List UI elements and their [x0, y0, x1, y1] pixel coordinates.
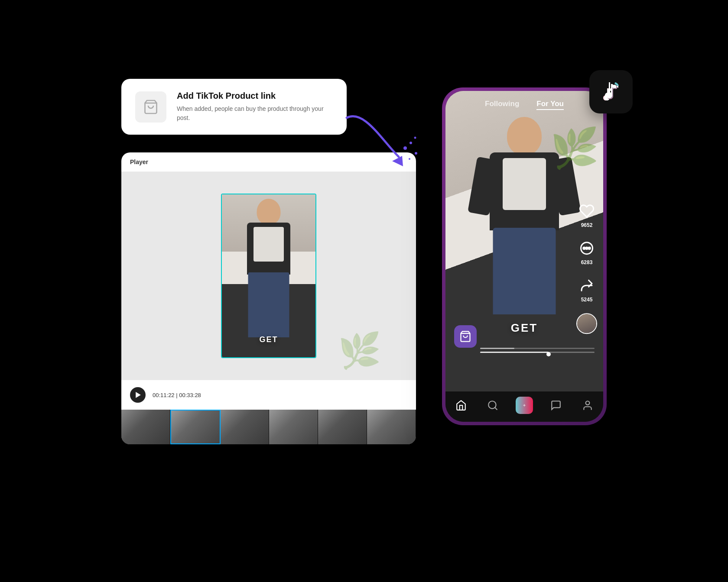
svg-point-10: [588, 247, 591, 249]
like-icon[interactable]: [577, 201, 596, 220]
nav-add[interactable]: [516, 397, 533, 414]
like-action[interactable]: 9652: [577, 201, 596, 228]
profile-icon: [582, 400, 593, 411]
comment-action[interactable]: 6283: [577, 239, 596, 265]
nav-messages[interactable]: [547, 397, 565, 414]
phone-plant: 🌿: [550, 126, 599, 171]
get-label-phone: GET: [511, 321, 538, 335]
phone-video: 🌿 Following For You: [445, 91, 603, 391]
nav-home[interactable]: [452, 397, 470, 414]
comment-count: 6283: [581, 259, 593, 265]
product-card-title: Add TikTok Product link: [177, 91, 333, 101]
avatar[interactable]: [576, 313, 597, 334]
comment-icon[interactable]: [577, 239, 596, 258]
video-content: [222, 194, 315, 357]
filmstrip-item-2[interactable]: [170, 410, 221, 444]
tiktok-icon: ♪: [598, 79, 624, 105]
svg-line-13: [495, 407, 497, 410]
play-button[interactable]: [130, 387, 146, 403]
nav-search[interactable]: [484, 397, 501, 414]
message-icon: [550, 400, 562, 411]
phone-nav-for-you[interactable]: For You: [536, 100, 564, 110]
editor-controls: 00:11:22 | 00:33:28: [121, 380, 416, 410]
share-icon[interactable]: [577, 276, 596, 295]
get-label-video: GET: [259, 335, 278, 344]
svg-point-9: [586, 247, 588, 249]
shopping-bag-icon: [143, 99, 159, 115]
filmstrip-item-1[interactable]: [121, 410, 170, 444]
svg-point-1: [403, 146, 407, 150]
editor-panel: Player GET: [121, 152, 416, 444]
home-icon: [455, 400, 467, 411]
phone-mockup: 🌿 Following For You: [442, 87, 607, 425]
editor-header: Player: [121, 152, 416, 172]
phone-actions: 9652 6283: [576, 201, 597, 334]
progress-dot: [546, 352, 551, 356]
svg-point-2: [410, 142, 412, 144]
video-frame[interactable]: GET: [221, 194, 316, 358]
current-time: 00:11:22: [153, 392, 175, 398]
total-time: 00:33:28: [179, 392, 201, 398]
avatar-action[interactable]: [576, 313, 597, 334]
product-card-text: Add TikTok Product link When added, peop…: [177, 91, 333, 123]
filmstrip-item-6[interactable]: [367, 410, 416, 444]
phone-top-nav: Following For You: [445, 100, 603, 110]
phone-inner: 🌿 Following For You: [445, 91, 603, 422]
editor-body: GET 🌿: [121, 172, 416, 380]
svg-point-8: [583, 247, 585, 249]
progress-bar-bg: [480, 352, 595, 353]
progress-area[interactable]: [480, 348, 595, 356]
nav-profile[interactable]: [579, 397, 596, 414]
tiktok-logo: ♪: [589, 70, 633, 113]
svg-marker-6: [136, 392, 141, 398]
filmstrip-item-5[interactable]: [318, 410, 367, 444]
svg-point-3: [414, 137, 416, 139]
shop-button[interactable]: [454, 325, 477, 348]
filmstrip[interactable]: [121, 410, 416, 444]
progress-bar-fill: [480, 352, 549, 353]
share-action[interactable]: 5245: [577, 276, 596, 303]
filmstrip-item-3[interactable]: [221, 410, 270, 444]
product-icon-box: [135, 91, 166, 123]
product-card-description: When added, people can buy the product t…: [177, 104, 333, 123]
time-display: 00:11:22 | 00:33:28: [153, 392, 201, 398]
phone-bottom-nav: [445, 391, 603, 422]
svg-point-4: [415, 152, 417, 155]
filmstrip-item-4[interactable]: [269, 410, 318, 444]
plant-decoration: 🌿: [338, 330, 381, 371]
phone-nav-following[interactable]: Following: [485, 100, 519, 110]
svg-point-14: [585, 401, 589, 405]
plus-icon: [523, 401, 526, 410]
like-count: 9652: [581, 222, 593, 228]
search-icon: [487, 400, 498, 411]
share-count: 5245: [581, 297, 593, 303]
product-card: Add TikTok Product link When added, peop…: [121, 79, 347, 135]
